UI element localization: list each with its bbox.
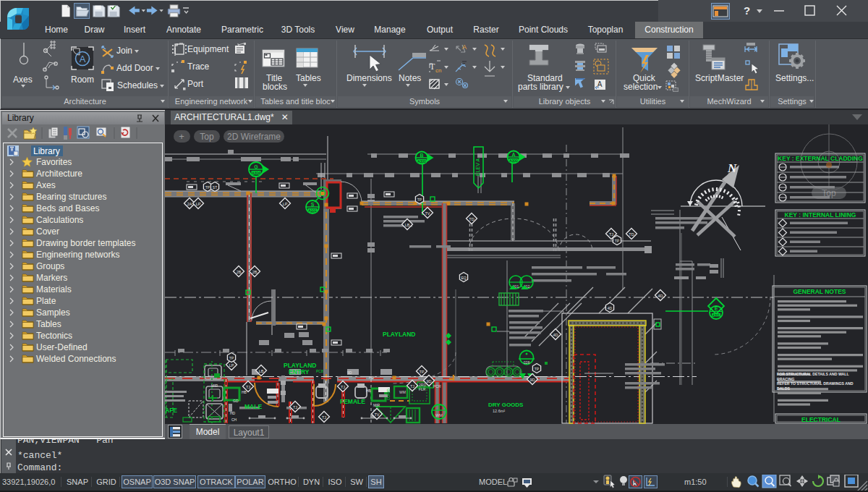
svg-text:GD: GD <box>233 399 239 403</box>
svg-text:Tables: Tables <box>36 319 61 329</box>
svg-text:EQ: EQ <box>461 276 466 280</box>
svg-text:Calculations: Calculations <box>36 215 83 225</box>
svg-text:TD: TD <box>629 232 634 237</box>
svg-text:028: 028 <box>524 360 530 365</box>
svg-text:LB: LB <box>405 223 410 227</box>
svg-text:Drawing border templates: Drawing border templates <box>36 238 135 248</box>
svg-text:A300: A300 <box>417 159 426 164</box>
svg-text:PLAYLAND: PLAYLAND <box>383 331 416 338</box>
svg-text:TP: TP <box>615 239 620 243</box>
svg-text:Engineering networks: Engineering networks <box>36 250 119 260</box>
svg-text:A: A <box>597 80 603 88</box>
svg-text:Markers: Markers <box>36 273 67 283</box>
svg-text:G: G <box>254 164 258 169</box>
svg-text:TV: TV <box>374 412 379 417</box>
svg-text:A301: A301 <box>712 314 720 318</box>
svg-text:LP: LP <box>229 363 234 368</box>
svg-text:Tectonics: Tectonics <box>36 331 72 341</box>
svg-text:A: A <box>80 54 86 64</box>
svg-text:T: T <box>430 62 435 72</box>
svg-text:4D: 4D <box>608 306 613 310</box>
svg-text:Welded Connections: Welded Connections <box>36 354 116 364</box>
svg-text:Library: Library <box>33 146 60 156</box>
svg-text:TV: TV <box>425 211 430 216</box>
svg-text:User-Defined: User-Defined <box>36 342 88 352</box>
svg-text:Top: Top <box>822 188 836 198</box>
svg-text:MIR: MIR <box>373 403 380 407</box>
svg-text:BRACING: BRACING <box>777 377 794 381</box>
svg-text:Axes: Axes <box>36 180 56 190</box>
svg-text:4D: 4D <box>553 333 558 337</box>
svg-text:CUPBD: CUPBD <box>387 388 391 400</box>
svg-text:Top: Top <box>200 132 214 142</box>
svg-text:MALE: MALE <box>244 403 262 410</box>
svg-text:A: A <box>462 43 467 51</box>
svg-text:LP: LP <box>283 202 288 206</box>
svg-text:A300: A300 <box>509 158 518 163</box>
svg-text:TP: TP <box>417 198 422 202</box>
svg-text:WM: WM <box>435 413 443 417</box>
svg-text:9D: 9D <box>426 379 431 383</box>
svg-text:KEY : INTERNAL LINING: KEY : INTERNAL LINING <box>785 211 856 219</box>
svg-text:MIR: MIR <box>211 383 218 388</box>
svg-text:HD: HD <box>230 411 236 415</box>
svg-text:PCR: PCR <box>433 384 441 389</box>
svg-text:REFER TO STRUCTURAL DRAWINGS A: REFER TO STRUCTURAL DRAWINGS AND <box>777 381 854 386</box>
svg-text:E: E <box>715 306 718 311</box>
svg-text:TJ: TJ <box>293 405 297 410</box>
svg-text:WM: WM <box>399 390 406 394</box>
svg-text:Favorites: Favorites <box>36 157 72 167</box>
svg-text:TD: TD <box>469 217 474 221</box>
svg-text:Cover: Cover <box>36 226 59 237</box>
svg-text:CH: CH <box>231 417 237 422</box>
svg-text:12.6m²: 12.6m² <box>493 409 505 413</box>
svg-text:ST: ST <box>213 185 217 190</box>
svg-text:GENERAL NOTES: GENERAL NOTES <box>793 288 846 295</box>
svg-text:DALDS: DALDS <box>777 386 790 391</box>
svg-text:LP: LP <box>196 202 201 206</box>
svg-text:HB: HB <box>366 389 372 393</box>
svg-text:Architecture: Architecture <box>36 169 82 179</box>
svg-text:Bearing structures: Bearing structures <box>36 192 106 202</box>
svg-text:9D: 9D <box>529 378 535 382</box>
svg-text:DRY GOODS: DRY GOODS <box>488 402 524 408</box>
svg-text:TJ: TJ <box>609 232 613 237</box>
svg-text:S: S <box>311 202 315 207</box>
svg-text:LB: LB <box>259 369 264 373</box>
svg-text:A101: A101 <box>308 208 317 213</box>
svg-text:A: A <box>511 152 515 157</box>
svg-text:HD: HD <box>369 376 375 380</box>
svg-text:TP: TP <box>535 367 540 371</box>
svg-text:4D: 4D <box>658 294 663 298</box>
svg-text:FOR STRUCTURAL DETAILS AND WAL: FOR STRUCTURAL DETAILS AND WALL <box>777 372 849 376</box>
svg-text:N: N <box>727 161 737 175</box>
svg-text:PC8: PC8 <box>316 369 323 373</box>
svg-text:2A: 2A <box>187 202 192 206</box>
svg-text:ELEV A: ELEV A <box>475 158 480 176</box>
svg-text:TJ: TJ <box>410 384 414 389</box>
svg-text:2B: 2B <box>252 270 258 274</box>
svg-text:ENTRY: ENTRY <box>289 368 310 376</box>
svg-text:Plate: Plate <box>36 296 56 306</box>
svg-text:AFE: AFE <box>165 407 177 414</box>
svg-text:2D Wireframe: 2D Wireframe <box>227 132 281 142</box>
svg-text:TJ: TJ <box>246 385 250 389</box>
svg-text:Samples: Samples <box>36 308 70 318</box>
svg-text:TJ: TJ <box>322 415 326 420</box>
svg-text:FLR: FLR <box>419 387 426 391</box>
svg-text:Groups: Groups <box>36 261 64 271</box>
svg-text:+: + <box>179 131 184 142</box>
svg-text:TP: TP <box>205 185 210 190</box>
svg-text:Beds and Bases: Beds and Bases <box>36 203 99 213</box>
svg-text:HB: HB <box>242 390 247 394</box>
svg-text:TP: TP <box>419 370 424 374</box>
svg-text:B: B <box>420 153 423 158</box>
svg-text:TJ: TJ <box>341 385 345 389</box>
svg-text:2B: 2B <box>237 270 242 274</box>
svg-text:TP: TP <box>229 356 234 360</box>
svg-text:ELECTRICAL: ELECTRICAL <box>801 416 841 423</box>
svg-text:cn: cn <box>435 67 441 74</box>
svg-text:9D: 9D <box>347 370 352 375</box>
svg-text:FEMALE: FEMALE <box>340 398 365 405</box>
svg-text:Materials: Materials <box>36 284 72 294</box>
